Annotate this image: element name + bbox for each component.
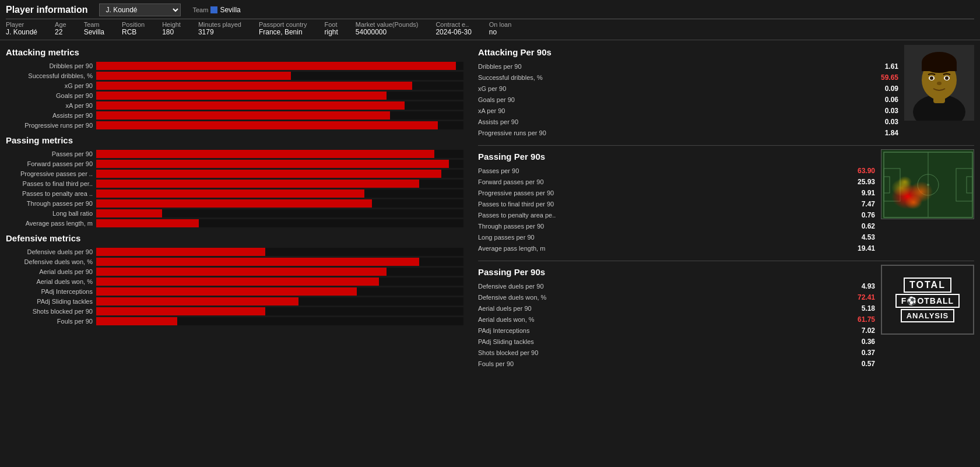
bar-track — [96, 189, 463, 198]
per90-item: Through passes per 900.62 — [478, 222, 875, 231]
per90-metric-value: 0.03 — [869, 107, 898, 115]
separator1 — [478, 145, 974, 146]
bar-label: Passes to penalty area .. — [6, 190, 96, 197]
col-foot-label: Foot — [324, 21, 338, 28]
attacking-per90-block: Attacking Per 90s Dribbles per 901.61Suc… — [478, 45, 898, 139]
bar-label: Successful dribbles, % — [6, 72, 96, 79]
per90-item: Successful dribbles, %59.65 — [478, 73, 898, 82]
bar-track — [96, 287, 463, 296]
per90-item: Defensive duels per 904.93 — [478, 282, 875, 291]
attacking-per90-list: Dribbles per 901.61Successful dribbles, … — [478, 62, 898, 138]
per90-item: Assists per 900.03 — [478, 117, 898, 127]
bar-fill — [96, 307, 265, 315]
bar-label: xG per 90 — [6, 82, 96, 89]
per90-metric-label: Dribbles per 90 — [478, 63, 869, 70]
bar-track — [96, 278, 463, 286]
bar-track — [96, 72, 463, 80]
per90-item: Shots blocked per 900.37 — [478, 348, 875, 357]
svg-point-23 — [905, 195, 922, 209]
bar-row: Passes to penalty area .. — [6, 189, 466, 198]
per90-metric-label: Passes to final third per 90 — [478, 201, 846, 208]
passing-per90-list: Passes per 9063.90Forward passes per 902… — [478, 166, 875, 253]
team-color-icon — [210, 6, 217, 13]
attacking-metrics-title: Attacking metrics — [6, 47, 466, 57]
per90-metric-value: 0.36 — [846, 338, 875, 346]
bar-label: Average pass length, m — [6, 220, 96, 227]
bar-row: Assists per 90 — [6, 111, 466, 120]
per90-metric-value: 7.47 — [846, 200, 875, 208]
bar-track — [96, 82, 463, 90]
per90-metric-label: Successful dribbles, % — [478, 74, 869, 81]
per90-metric-label: Assists per 90 — [478, 118, 869, 125]
player-photo — [904, 45, 974, 121]
bar-fill — [96, 111, 390, 120]
bar-track — [96, 268, 463, 276]
per90-item: PAdj Interceptions7.02 — [478, 326, 875, 335]
bar-label: Forward passes per 90 — [6, 160, 96, 167]
per90-metric-label: Forward passes per 90 — [478, 178, 846, 185]
attacking-per90-title: Attacking Per 90s — [478, 47, 898, 57]
per90-metric-value: 1.84 — [869, 129, 898, 137]
page-title: Player information — [6, 5, 87, 15]
player-select[interactable]: J. Koundé — [99, 3, 181, 16]
per90-metric-value: 59.65 — [869, 73, 898, 82]
col-height-value: 180 — [162, 28, 181, 36]
bar-row: Passes per 90 — [6, 150, 466, 158]
bar-fill — [96, 92, 387, 100]
defensive-bars: Defensive duels per 90Defensive duels wo… — [6, 248, 466, 325]
per90-item: Goals per 900.06 — [478, 95, 898, 104]
defensive-metrics-section: Defensive metrics Defensive duels per 90… — [6, 233, 466, 325]
bar-row: Passes to final third per.. — [6, 180, 466, 188]
per90-item: Passes to final third per 907.47 — [478, 199, 875, 209]
per90-metric-label: PAdj Sliding tackles — [478, 338, 846, 345]
team-name: Sevilla — [220, 6, 240, 14]
per90-item: Aerial duels won, %61.75 — [478, 315, 875, 324]
svg-point-10 — [937, 82, 942, 85]
bar-track — [96, 209, 463, 217]
separator2 — [478, 261, 974, 261]
col-team-label: Team — [84, 21, 104, 28]
logo-line1: TOTAL — [904, 278, 951, 293]
logo-line3: ANALYSIS — [901, 309, 955, 322]
col-passport-label: Passport country — [259, 21, 307, 28]
svg-point-9 — [945, 76, 949, 80]
per90-metric-value: 5.18 — [846, 304, 875, 312]
col-team-value: Sevilla — [84, 28, 104, 36]
bar-fill — [96, 278, 379, 286]
per90-metric-value: 0.62 — [846, 222, 875, 230]
attacking-per90-section: Attacking Per 90s Dribbles per 901.61Suc… — [478, 45, 974, 139]
main-content: Attacking metrics Dribbles per 90Success… — [0, 40, 980, 375]
bar-row: Defensive duels per 90 — [6, 248, 466, 256]
attacking-metrics-section: Attacking metrics Dribbles per 90Success… — [6, 47, 466, 129]
per90-metric-label: xG per 90 — [478, 85, 869, 92]
passing-per90-title: Passing Per 90s — [478, 152, 875, 161]
bar-fill — [96, 180, 419, 188]
player-info-header: Player information J. Koundé Team Sevill… — [0, 0, 980, 40]
per90-item: Progressive passes per 909.91 — [478, 188, 875, 198]
bar-row: Long ball ratio — [6, 209, 466, 217]
heatmap — [881, 149, 974, 219]
bar-label: Aerial duels won, % — [6, 278, 96, 285]
passing-per90-block: Passing Per 90s Passes per 9063.90Forwar… — [478, 149, 875, 255]
bar-row: Goals per 90 — [6, 92, 466, 100]
per90-item: xG per 900.09 — [478, 84, 898, 93]
bar-fill — [96, 219, 199, 227]
passing-per90-section: Passing Per 90s Passes per 9063.90Forwar… — [478, 149, 974, 255]
defensive-per90-title: Passing Per 90s — [478, 267, 875, 277]
svg-rect-5 — [922, 62, 957, 71]
per90-metric-value: 61.75 — [846, 315, 875, 324]
svg-point-24 — [898, 176, 912, 188]
per90-metric-label: PAdj Interceptions — [478, 327, 846, 334]
bar-label: Assists per 90 — [6, 112, 96, 119]
bar-row: Dribbles per 90 — [6, 62, 466, 70]
bar-track — [96, 180, 463, 188]
col-age-label: Age — [55, 21, 66, 28]
col-passport-value: France, Benin — [259, 28, 307, 36]
tfa-logo: TOTAL F⚽OTBALL ANALYSIS — [881, 265, 974, 335]
col-player-value: J. Koundé — [6, 28, 37, 36]
col-contract-label: Contract e.. — [435, 21, 471, 28]
bar-row: PAdj Interceptions — [6, 287, 466, 296]
bar-track — [96, 258, 463, 266]
bar-fill — [96, 317, 177, 325]
bar-track — [96, 101, 463, 110]
